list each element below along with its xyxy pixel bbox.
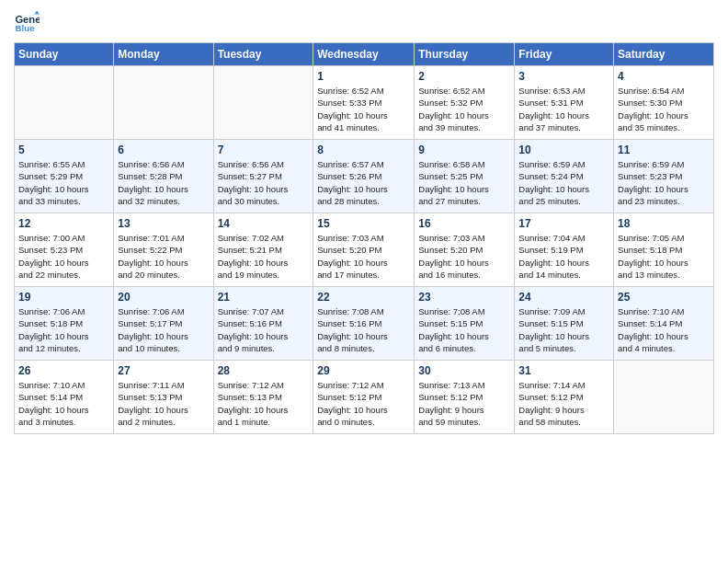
calendar-cell: 25Sunrise: 7:10 AM Sunset: 5:14 PM Dayli… xyxy=(614,287,714,361)
day-info: Sunrise: 7:10 AM Sunset: 5:14 PM Dayligh… xyxy=(18,379,109,428)
calendar-cell: 23Sunrise: 7:08 AM Sunset: 5:15 PM Dayli… xyxy=(415,287,515,361)
calendar-cell: 3Sunrise: 6:53 AM Sunset: 5:31 PM Daylig… xyxy=(515,66,614,140)
calendar-cell: 22Sunrise: 7:08 AM Sunset: 5:16 PM Dayli… xyxy=(313,287,415,361)
calendar-cell: 6Sunrise: 6:56 AM Sunset: 5:28 PM Daylig… xyxy=(114,140,213,213)
calendar-cell: 2Sunrise: 6:52 AM Sunset: 5:32 PM Daylig… xyxy=(415,66,515,140)
calendar-cell xyxy=(614,361,714,434)
calendar-day-header: Wednesday xyxy=(313,43,415,66)
day-number: 6 xyxy=(118,144,209,156)
day-info: Sunrise: 6:52 AM Sunset: 5:32 PM Dayligh… xyxy=(418,85,510,133)
day-info: Sunrise: 7:11 AM Sunset: 5:13 PM Dayligh… xyxy=(118,379,209,428)
calendar-cell: 26Sunrise: 7:10 AM Sunset: 5:14 PM Dayli… xyxy=(15,361,114,434)
day-info: Sunrise: 7:09 AM Sunset: 5:15 PM Dayligh… xyxy=(518,305,609,354)
calendar-cell: 5Sunrise: 6:55 AM Sunset: 5:29 PM Daylig… xyxy=(15,140,114,213)
day-number: 24 xyxy=(518,291,609,304)
calendar-cell xyxy=(114,66,213,140)
svg-marker-2 xyxy=(34,10,40,14)
day-number: 27 xyxy=(118,364,209,377)
day-info: Sunrise: 6:56 AM Sunset: 5:27 PM Dayligh… xyxy=(218,158,310,207)
calendar-cell: 29Sunrise: 7:12 AM Sunset: 5:12 PM Dayli… xyxy=(313,361,415,434)
day-number: 23 xyxy=(418,291,510,304)
calendar-cell: 9Sunrise: 6:58 AM Sunset: 5:25 PM Daylig… xyxy=(415,140,515,213)
calendar-cell: 4Sunrise: 6:54 AM Sunset: 5:30 PM Daylig… xyxy=(614,66,714,140)
day-number: 15 xyxy=(317,217,410,230)
day-info: Sunrise: 7:12 AM Sunset: 5:12 PM Dayligh… xyxy=(317,379,410,428)
day-info: Sunrise: 7:10 AM Sunset: 5:14 PM Dayligh… xyxy=(618,305,710,354)
day-info: Sunrise: 7:12 AM Sunset: 5:13 PM Dayligh… xyxy=(218,379,310,428)
calendar-day-header: Monday xyxy=(114,43,213,66)
calendar-day-header: Sunday xyxy=(15,43,114,66)
day-number: 8 xyxy=(317,144,410,156)
day-info: Sunrise: 7:08 AM Sunset: 5:15 PM Dayligh… xyxy=(418,305,510,354)
calendar-cell: 13Sunrise: 7:01 AM Sunset: 5:22 PM Dayli… xyxy=(114,213,213,287)
calendar-cell: 7Sunrise: 6:56 AM Sunset: 5:27 PM Daylig… xyxy=(213,140,313,213)
day-info: Sunrise: 6:53 AM Sunset: 5:31 PM Dayligh… xyxy=(518,85,609,133)
day-number: 11 xyxy=(618,144,710,156)
day-info: Sunrise: 7:07 AM Sunset: 5:16 PM Dayligh… xyxy=(218,305,310,354)
calendar-cell: 10Sunrise: 6:59 AM Sunset: 5:24 PM Dayli… xyxy=(515,140,614,213)
calendar-week-row: 5Sunrise: 6:55 AM Sunset: 5:29 PM Daylig… xyxy=(15,140,714,213)
day-info: Sunrise: 6:59 AM Sunset: 5:24 PM Dayligh… xyxy=(518,158,609,207)
day-number: 17 xyxy=(518,217,609,230)
day-number: 2 xyxy=(418,70,510,83)
calendar-cell xyxy=(15,66,114,140)
calendar-cell: 28Sunrise: 7:12 AM Sunset: 5:13 PM Dayli… xyxy=(213,361,313,434)
day-number: 16 xyxy=(418,217,510,230)
calendar-day-header: Tuesday xyxy=(213,43,313,66)
day-info: Sunrise: 6:52 AM Sunset: 5:33 PM Dayligh… xyxy=(317,85,410,133)
calendar-cell: 1Sunrise: 6:52 AM Sunset: 5:33 PM Daylig… xyxy=(313,66,415,140)
calendar-table: SundayMondayTuesdayWednesdayThursdayFrid… xyxy=(14,42,714,434)
day-number: 28 xyxy=(218,364,310,377)
day-number: 5 xyxy=(18,144,109,156)
calendar-week-row: 26Sunrise: 7:10 AM Sunset: 5:14 PM Dayli… xyxy=(15,361,714,434)
calendar-cell xyxy=(213,66,313,140)
calendar-cell: 19Sunrise: 7:06 AM Sunset: 5:18 PM Dayli… xyxy=(15,287,114,361)
day-info: Sunrise: 6:54 AM Sunset: 5:30 PM Dayligh… xyxy=(618,85,710,133)
day-info: Sunrise: 7:03 AM Sunset: 5:20 PM Dayligh… xyxy=(418,232,510,281)
calendar-cell: 27Sunrise: 7:11 AM Sunset: 5:13 PM Dayli… xyxy=(114,361,213,434)
calendar-cell: 16Sunrise: 7:03 AM Sunset: 5:20 PM Dayli… xyxy=(415,213,515,287)
day-number: 31 xyxy=(518,364,609,377)
logo: General Blue xyxy=(14,9,43,35)
day-info: Sunrise: 7:04 AM Sunset: 5:19 PM Dayligh… xyxy=(518,232,609,281)
day-number: 13 xyxy=(118,217,209,230)
day-info: Sunrise: 7:06 AM Sunset: 5:18 PM Dayligh… xyxy=(18,305,109,354)
day-number: 10 xyxy=(518,144,609,156)
day-number: 26 xyxy=(18,364,109,377)
calendar-cell: 30Sunrise: 7:13 AM Sunset: 5:12 PM Dayli… xyxy=(415,361,515,434)
calendar-week-row: 12Sunrise: 7:00 AM Sunset: 5:23 PM Dayli… xyxy=(15,213,714,287)
day-info: Sunrise: 7:02 AM Sunset: 5:21 PM Dayligh… xyxy=(218,232,310,281)
calendar-cell: 21Sunrise: 7:07 AM Sunset: 5:16 PM Dayli… xyxy=(213,287,313,361)
day-number: 29 xyxy=(317,364,410,377)
calendar-header-row: SundayMondayTuesdayWednesdayThursdayFrid… xyxy=(15,43,714,66)
day-number: 19 xyxy=(18,291,109,304)
day-info: Sunrise: 6:57 AM Sunset: 5:26 PM Dayligh… xyxy=(317,158,410,207)
day-info: Sunrise: 7:03 AM Sunset: 5:20 PM Dayligh… xyxy=(317,232,410,281)
day-info: Sunrise: 6:59 AM Sunset: 5:23 PM Dayligh… xyxy=(618,158,710,207)
calendar-cell: 12Sunrise: 7:00 AM Sunset: 5:23 PM Dayli… xyxy=(15,213,114,287)
day-info: Sunrise: 7:05 AM Sunset: 5:18 PM Dayligh… xyxy=(618,232,710,281)
calendar-week-row: 19Sunrise: 7:06 AM Sunset: 5:18 PM Dayli… xyxy=(15,287,714,361)
day-number: 4 xyxy=(618,70,710,83)
calendar-cell: 24Sunrise: 7:09 AM Sunset: 5:15 PM Dayli… xyxy=(515,287,614,361)
svg-text:Blue: Blue xyxy=(15,23,35,33)
calendar-week-row: 1Sunrise: 6:52 AM Sunset: 5:33 PM Daylig… xyxy=(15,66,714,140)
calendar-cell: 20Sunrise: 7:06 AM Sunset: 5:17 PM Dayli… xyxy=(114,287,213,361)
calendar-cell: 17Sunrise: 7:04 AM Sunset: 5:19 PM Dayli… xyxy=(515,213,614,287)
day-info: Sunrise: 6:58 AM Sunset: 5:25 PM Dayligh… xyxy=(418,158,510,207)
day-number: 7 xyxy=(218,144,310,156)
calendar-cell: 8Sunrise: 6:57 AM Sunset: 5:26 PM Daylig… xyxy=(313,140,415,213)
calendar-cell: 11Sunrise: 6:59 AM Sunset: 5:23 PM Dayli… xyxy=(614,140,714,213)
day-number: 22 xyxy=(317,291,410,304)
calendar-cell: 15Sunrise: 7:03 AM Sunset: 5:20 PM Dayli… xyxy=(313,213,415,287)
page: General Blue SundayMondayTuesdayWednesda… xyxy=(0,0,728,443)
day-info: Sunrise: 7:00 AM Sunset: 5:23 PM Dayligh… xyxy=(18,232,109,281)
header: General Blue xyxy=(14,9,714,35)
calendar-day-header: Saturday xyxy=(614,43,714,66)
day-number: 3 xyxy=(518,70,609,83)
day-info: Sunrise: 6:56 AM Sunset: 5:28 PM Dayligh… xyxy=(118,158,209,207)
day-number: 1 xyxy=(317,70,410,83)
day-info: Sunrise: 7:13 AM Sunset: 5:12 PM Dayligh… xyxy=(418,379,510,428)
day-number: 21 xyxy=(218,291,310,304)
day-number: 18 xyxy=(618,217,710,230)
